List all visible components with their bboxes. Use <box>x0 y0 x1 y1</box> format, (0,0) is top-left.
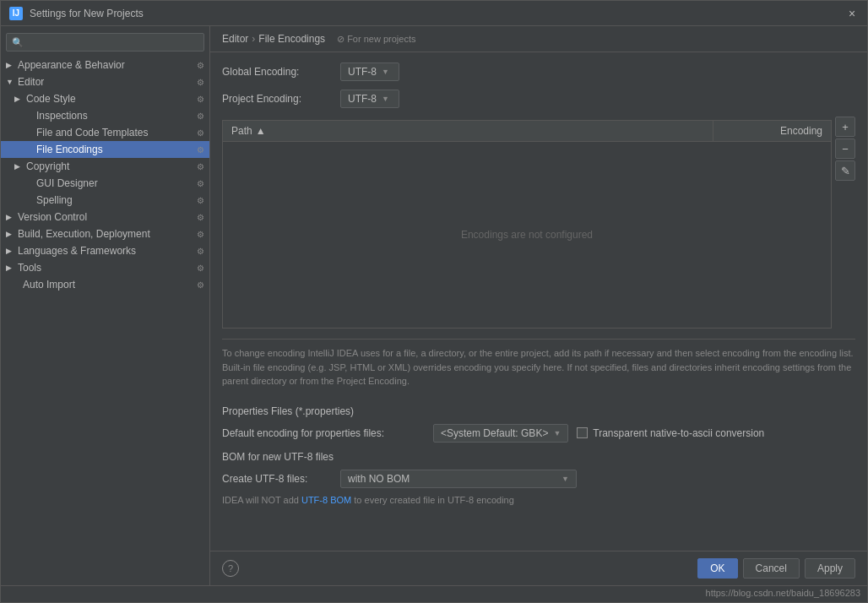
sidebar-item-version-control[interactable]: ▶ Version Control ⚙ <box>1 209 209 225</box>
sidebar-label-lang: Languages & Frameworks <box>18 245 136 257</box>
search-box[interactable]: 🔍 <box>6 33 204 52</box>
global-encoding-value: UTF-8 <box>348 66 377 78</box>
sidebar-label-fct: File and Code Templates <box>36 127 149 139</box>
table-path-header[interactable]: Path ▲ <box>223 121 713 141</box>
apply-button[interactable]: Apply <box>805 558 855 579</box>
sidebar-label-ai: Auto Import <box>23 279 75 291</box>
sidebar-item-lang[interactable]: ▶ Languages & Frameworks ⚙ <box>1 242 209 259</box>
bom-section: BOM for new UTF-8 files Create UTF-8 fil… <box>222 451 855 505</box>
add-encoding-button[interactable]: + <box>835 117 855 137</box>
settings-icon-fct: ⚙ <box>197 128 204 138</box>
bom-title: BOM for new UTF-8 files <box>222 451 855 463</box>
settings-icon-lang: ⚙ <box>197 247 204 256</box>
default-encoding-value: <System Default: GBK> <box>441 427 548 439</box>
breadcrumb-editor: Editor <box>222 33 248 45</box>
edit-encoding-button[interactable]: ✎ <box>835 160 855 181</box>
sidebar-label-copyright: Copyright <box>26 160 69 172</box>
panel-header: Editor › File Encodings ⊘ For new projec… <box>210 26 867 52</box>
sidebar-label-editor: Editor <box>18 76 44 88</box>
help-button[interactable]: ? <box>222 560 239 577</box>
table-encoding-header[interactable]: Encoding <box>713 121 831 141</box>
settings-icon-inspections: ⚙ <box>197 111 204 121</box>
sort-indicator: ▲ <box>256 125 266 137</box>
expand-arrow-build: ▶ <box>6 230 14 238</box>
sidebar-item-editor[interactable]: ▼ Editor ⚙ <box>1 73 209 90</box>
close-button[interactable]: × <box>845 7 859 20</box>
global-encoding-dropdown[interactable]: UTF-8 ▼ <box>340 62 399 81</box>
settings-icon-editor: ⚙ <box>197 78 204 87</box>
sidebar-label-appearance: Appearance & Behavior <box>18 59 125 71</box>
sidebar-item-inspections[interactable]: ▶ Inspections ⚙ <box>1 107 209 124</box>
global-encoding-row: Global Encoding: UTF-8 ▼ <box>222 62 855 81</box>
expand-arrow-editor: ▼ <box>6 78 14 86</box>
remove-encoding-button[interactable]: − <box>835 139 855 159</box>
sidebar-label-tools: Tools <box>18 262 41 274</box>
settings-icon-code-style: ⚙ <box>197 95 204 104</box>
breadcrumb-separator: › <box>252 33 255 45</box>
transparent-checkbox[interactable] <box>577 427 588 438</box>
project-encoding-value: UTF-8 <box>348 93 377 105</box>
sidebar-item-spelling[interactable]: ▶ Spelling ⚙ <box>1 192 209 209</box>
default-encoding-dropdown[interactable]: <System Default: GBK> ▼ <box>433 424 568 443</box>
expand-arrow-vc: ▶ <box>6 213 14 221</box>
expand-arrow-appearance: ▶ <box>6 61 14 69</box>
expand-arrow-lang: ▶ <box>6 247 14 255</box>
settings-icon-build: ⚙ <box>197 230 204 239</box>
for-new-projects-label: ⊘ For new projects <box>337 34 415 45</box>
sidebar-label-code-style: Code Style <box>26 93 76 105</box>
settings-icon-fe: ⚙ <box>197 145 204 155</box>
ok-button[interactable]: OK <box>697 558 737 579</box>
sidebar-item-tools[interactable]: ▶ Tools ⚙ <box>1 259 209 276</box>
sidebar-label-fe: File Encodings <box>36 144 103 155</box>
settings-window: IJ Settings for New Projects × 🔍 ▶ Appea… <box>0 0 868 603</box>
encoding-table: Path ▲ Encoding Encodings are not config… <box>222 120 832 329</box>
dialog-footer: ? OK Cancel Apply <box>210 551 867 585</box>
project-encoding-label: Project Encoding: <box>222 93 332 105</box>
transparent-checkbox-row: Transparent native-to-ascii conversion <box>577 427 764 439</box>
sidebar-item-file-code-templates[interactable]: ▶ File and Code Templates ⚙ <box>1 124 209 141</box>
sidebar-item-auto-import[interactable]: ▶ Auto Import ⚙ <box>1 276 209 293</box>
sidebar: 🔍 ▶ Appearance & Behavior ⚙ ▼ Editor ⚙ ▶… <box>1 26 210 585</box>
search-input[interactable] <box>27 36 198 48</box>
create-utf8-arrow: ▼ <box>561 475 569 483</box>
sidebar-item-gui-designer[interactable]: ▶ GUI Designer ⚙ <box>1 175 209 192</box>
window-title: Settings for New Projects <box>30 8 144 19</box>
project-encoding-arrow: ▼ <box>382 95 389 103</box>
sidebar-label-spelling: Spelling <box>36 194 73 206</box>
settings-icon-spelling: ⚙ <box>197 196 204 205</box>
create-utf8-label: Create UTF-8 files: <box>222 473 332 485</box>
bom-row: Create UTF-8 files: with NO BOM ▼ <box>222 470 855 488</box>
sidebar-item-appearance[interactable]: ▶ Appearance & Behavior ⚙ <box>1 57 209 73</box>
create-utf8-value: with NO BOM <box>348 473 410 485</box>
search-icon: 🔍 <box>12 37 24 48</box>
sidebar-label-vc: Version Control <box>18 211 87 223</box>
project-encoding-dropdown[interactable]: UTF-8 ▼ <box>340 90 399 108</box>
status-bar: https://blog.csdn.net/baidu_18696283 <box>1 585 867 602</box>
bom-note-suffix: to every created file in UTF-8 encoding <box>351 495 514 505</box>
path-label: Path <box>231 125 252 137</box>
create-utf8-dropdown[interactable]: with NO BOM ▼ <box>340 470 577 488</box>
expand-arrow-copyright: ▶ <box>14 162 23 171</box>
sidebar-item-copyright[interactable]: ▶ Copyright ⚙ <box>1 158 209 175</box>
sidebar-label-build: Build, Execution, Deployment <box>18 228 150 240</box>
sidebar-item-code-style[interactable]: ▶ Code Style ⚙ <box>1 90 209 107</box>
encoding-header-label: Encoding <box>780 125 822 137</box>
transparent-checkbox-label: Transparent native-to-ascii conversion <box>593 427 764 439</box>
expand-arrow-code-style: ▶ <box>14 95 23 103</box>
project-encoding-row: Project Encoding: UTF-8 ▼ <box>222 90 855 108</box>
sidebar-item-file-encodings[interactable]: ▶ File Encodings ⚙ <box>1 141 209 158</box>
global-encoding-label: Global Encoding: <box>222 66 332 78</box>
props-encoding-row: Default encoding for properties files: <… <box>222 424 855 443</box>
sidebar-item-build[interactable]: ▶ Build, Execution, Deployment ⚙ <box>1 225 209 242</box>
bom-note-link[interactable]: UTF-8 BOM <box>301 495 351 505</box>
cancel-button[interactable]: Cancel <box>743 558 800 579</box>
settings-icon-appearance: ⚙ <box>197 61 204 70</box>
bom-note-prefix: IDEA will NOT add <box>222 495 301 505</box>
bom-note: IDEA will NOT add UTF-8 BOM to every cre… <box>222 495 855 505</box>
settings-icon-copyright: ⚙ <box>197 162 204 171</box>
right-panel: Editor › File Encodings ⊘ For new projec… <box>210 26 867 585</box>
default-encoding-props-label: Default encoding for properties files: <box>222 427 425 439</box>
table-empty-message: Encodings are not configured <box>223 142 831 328</box>
breadcrumb-file-encodings: File Encodings <box>258 33 325 45</box>
settings-icon-vc: ⚙ <box>197 213 204 222</box>
